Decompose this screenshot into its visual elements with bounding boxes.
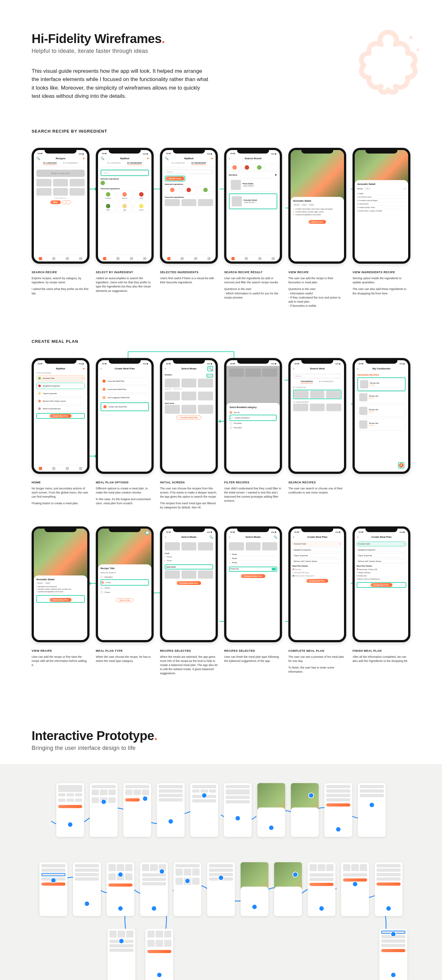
heart-icon[interactable]: ♥ xyxy=(83,157,85,160)
search-icon[interactable]: 🔍 xyxy=(36,157,40,160)
interactive-prototype-section: Interactive Prototype. Bringing the user… xyxy=(32,729,410,751)
search-flow-row: 12:00●●● ▮ 🔍Recipes♥ BY CATEGORYBY INGRE… xyxy=(32,148,410,310)
phone-select-meals: 12:00●●● ▮ ‹Select Meals🔍 BreakfastSee a… xyxy=(160,358,218,474)
svg-marker-15 xyxy=(218,420,221,423)
phone-meal-type: ♡ Recipe Title Save this recipe to Break… xyxy=(96,527,154,642)
search-input[interactable]: Avoc| xyxy=(101,170,148,175)
add-to-meal-button[interactable]: Add to meal xyxy=(309,220,326,224)
phone-meal-options: 12:00●●● ▮ ‹Create Meal Plan Copy last M… xyxy=(96,358,154,474)
phone-view-ingredients: Avocado Salad Serving− 4 +🛒 ● 4 eggs ● ¼… xyxy=(353,148,410,264)
mealplan-flow-row-2: Avocado Salad 25 min★★★ ● Ingredients an… xyxy=(32,527,410,678)
phone-view-recipe-2: Avocado Salad 25 min★★★ ● Ingredients an… xyxy=(32,527,89,642)
phone-search-meal: 12:00●●● ▮ ‹Search Meal Search FAVOURITE… xyxy=(288,358,346,474)
phone-selected-ingredients: 12:00●●● ▮ 🔍MyMeal♥ BY CATEGORYBY INGRED… xyxy=(160,148,218,264)
svg-point-1 xyxy=(417,48,419,51)
chip-bbq[interactable]: BBQ xyxy=(50,200,61,204)
filter-fab[interactable]: ▼ xyxy=(399,463,404,468)
prototype-canvas xyxy=(0,764,442,980)
add-to-meal-plan-button[interactable]: Add to Meal Plan xyxy=(50,598,71,602)
decoration-flower-icon xyxy=(353,25,423,95)
phone-filter-recipes: 12:00●●● ▮ Select Breakfast category See… xyxy=(224,358,282,474)
caption-title: SEARCH RECIPE xyxy=(32,270,89,274)
create-meal-plan-button[interactable]: Create Meal Plan xyxy=(50,414,71,418)
cart-icon[interactable]: 🛒 xyxy=(404,188,406,189)
phone-complete-meal-plan: 12:00●●● ▮ ‹Create Meal Plan Avocado Toa… xyxy=(288,527,346,642)
filter-icon[interactable]: ▼ xyxy=(274,173,277,177)
phone-cookbook: 12:00●●● ▮ ‹My Cookbooks GRANDMA RECIPES… xyxy=(353,358,410,474)
svg-point-0 xyxy=(409,36,413,39)
phone-home: 12:00●●● ▮ MyMeal♥ Current Diet Settings… xyxy=(32,358,89,474)
phone-recipes-selected-2: 12:00●●● ▮ ‹Select Meals🔍 ▸Recipe ▸Recip… xyxy=(224,527,282,642)
mealplan-flow-row-1: 12:00●●● ▮ MyMeal♥ Current Diet Settings… xyxy=(32,358,410,512)
proto-screen xyxy=(56,783,84,837)
search-icon[interactable]: 🔍 xyxy=(208,366,213,371)
back-icon[interactable]: ‹ xyxy=(229,157,230,160)
intro-paragraph: This visual guide represents how the app… xyxy=(32,67,209,100)
section-mealplan-label: CREATE MEAL PLAN xyxy=(32,339,410,344)
phone-finish-meal-plan: 12:00●●● ▮ ‹Create Meal Plan Avocado toa… xyxy=(353,527,410,642)
phone-view-recipe: Avocado Salad 25 mineasy★★★ ●Combine may… xyxy=(288,148,346,264)
search-recipe-button[interactable]: Search recipe xyxy=(166,177,184,180)
phone-select-ingredient: 12:00●●● ▮ 🔍MyMeal♥ BY CATEGORYBY INGRED… xyxy=(96,148,154,264)
phone-recipes-selected-1: 12:00●●● ▮ ‹Select Meals🔍 Lunch ▸Recipe … xyxy=(160,527,218,642)
phone-search-result: 12:00●●● ▮ ‹Search Result ＋ RECIPES▼ Pas… xyxy=(224,148,282,264)
section-search-label: SEARCH RECIPE BY INGREDIENT xyxy=(32,129,410,134)
phone-search-recipe: 12:00●●● ▮ 🔍Recipes♥ BY CATEGORYBY INGRE… xyxy=(32,148,89,264)
